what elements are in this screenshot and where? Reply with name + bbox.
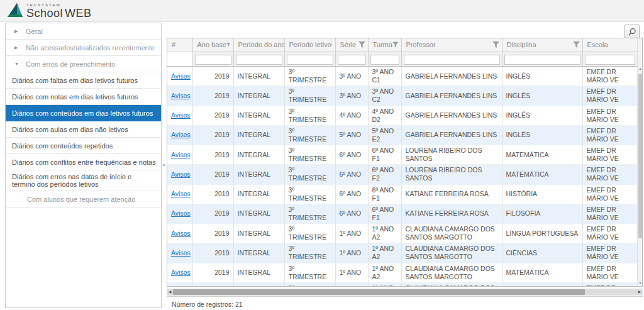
sidebar-item[interactable]: Diários com conteúdos em dias letivos fu… <box>6 105 161 121</box>
column-label: Série <box>340 41 357 48</box>
sidebar-item[interactable]: Diários com conflitos entre frequências … <box>6 154 161 170</box>
cell-turma: 1º ANO A2 <box>368 224 401 243</box>
cell-disciplina: MATEMÁTICA <box>502 145 582 165</box>
filter-input-escola[interactable] <box>585 55 635 65</box>
avisos-link[interactable]: Avisos <box>171 92 191 99</box>
column-label: Ano base <box>197 41 226 48</box>
avisos-link[interactable]: Avisos <box>171 131 191 138</box>
filter-icon[interactable] <box>392 42 399 48</box>
record-count: Número de registros: 21 <box>167 297 643 308</box>
sidebar-item[interactable]: Diários com faltas em dias letivos futur… <box>6 72 161 89</box>
sidebar-collapse-handle[interactable]: ◂ <box>162 158 165 170</box>
filter-input-professor[interactable] <box>404 55 500 65</box>
filter-input-ano_base[interactable] <box>195 55 231 65</box>
column-header-turma[interactable]: Turma <box>368 38 401 52</box>
sidebar-list: ▶Geral▶Não acessados/atualizados recente… <box>6 23 161 208</box>
brand-product: SchoolWEB <box>26 7 92 19</box>
sidebar-item-label: Diários com conteúdos repetidos <box>12 142 113 150</box>
sidebar-item[interactable]: ▶Não acessados/atualizados recentemente <box>6 40 161 56</box>
cell-professor: LOURENA RIBEIRO DOS SANTOS <box>401 165 502 184</box>
cell-ano_base: 2019 <box>192 125 233 145</box>
avisos-link[interactable]: Avisos <box>171 190 191 197</box>
table-row: Avisos2019INTEGRAL3º TRIMESTRE6º ANO6º A… <box>167 204 637 223</box>
horizontal-scrollbar-thumb[interactable] <box>173 289 585 295</box>
filter-input-disciplina[interactable] <box>504 55 580 65</box>
filter-input-turma[interactable] <box>370 55 399 65</box>
vertical-scrollbar-thumb[interactable] <box>638 74 642 238</box>
column-header-professor[interactable]: Professor <box>401 38 502 52</box>
table-body: Avisos2019INTEGRAL3º TRIMESTRE3º ANO3º A… <box>167 67 637 287</box>
avisos-link[interactable]: Avisos <box>171 170 191 178</box>
cell-professor: GABRIELA FERNANDES LINS <box>401 125 502 145</box>
cell-ano_base: 2019 <box>192 165 233 184</box>
cell-escola: EMEF DR MÁRIO VE <box>582 263 637 282</box>
filter-icon[interactable] <box>331 42 333 48</box>
top-bar: Tecsystem SchoolWEB <box>0 0 644 22</box>
avisos-link[interactable]: Avisos <box>171 72 191 80</box>
scroll-up-icon[interactable]: ▲ <box>638 67 643 70</box>
column-header-periodo_do_ano[interactable]: Período do ano <box>233 38 284 52</box>
avisos-link[interactable]: Avisos <box>171 111 191 119</box>
cell-ano_base: 2019 <box>192 204 233 223</box>
sidebar-item-label: Diários com erros nas datas de início e … <box>12 173 156 188</box>
filter-icon[interactable] <box>226 42 231 48</box>
cell-serie: 3º ANO <box>335 67 368 86</box>
filter-icon[interactable] <box>573 42 580 48</box>
cell-turma: 4º ANO D2 <box>368 106 401 125</box>
filter-input-serie[interactable] <box>338 55 366 65</box>
filter-icon[interactable] <box>492 42 499 48</box>
table-row: Avisos2019INTEGRAL3º TRIMESTRE6º ANO6º A… <box>167 145 637 165</box>
filter-input-periodo_letivo[interactable] <box>287 55 333 65</box>
column-header-periodo_letivo[interactable]: Período letivo <box>284 38 335 52</box>
records-table: #Ano basePeríodo do anoPeríodo letivoSér… <box>167 38 637 286</box>
cell-escola: EMEF DR MÁRIO VE <box>582 243 637 263</box>
cell-periodo_letivo: 3º TRIMESTRE <box>284 184 335 204</box>
column-header-escola[interactable]: Escola <box>582 38 637 52</box>
grid-footer: Número de registros: 21 <box>167 296 643 310</box>
avisos-link[interactable]: Avisos <box>171 268 191 276</box>
column-header-disciplina[interactable]: Disciplina <box>502 38 582 52</box>
cell-periodo_letivo: 3º TRIMESTRE <box>284 224 335 243</box>
horizontal-scrollbar[interactable]: ◀ ▶ <box>167 289 643 296</box>
avisos-link[interactable]: Avisos <box>171 249 191 257</box>
column-header-ano_base[interactable]: Ano base <box>192 38 233 52</box>
sidebar-item[interactable]: Com alunos que requerem atenção <box>6 191 161 208</box>
sidebar-item-label: Não acessados/atualizados recentemente <box>26 44 155 52</box>
scroll-left-icon[interactable]: ◀ <box>167 289 173 296</box>
scroll-right-icon[interactable]: ▶ <box>636 289 643 296</box>
sidebar-item[interactable]: Diários com conteúdos repetidos <box>6 138 161 154</box>
cell-periodo_letivo: 3º TRIMESTRE <box>284 165 335 184</box>
sidebar-item[interactable]: Diários com aulas em dias não letivos <box>6 121 161 138</box>
cell-disciplina: INGLÊS <box>502 67 582 86</box>
scroll-down-icon[interactable]: ▼ <box>638 281 643 285</box>
cell-escola: EMEF DR MÁRIO VE <box>582 125 637 145</box>
table-row: Avisos2019INTEGRAL3º TRIMESTRE1º ANO1º A… <box>167 282 637 286</box>
filter-icon[interactable] <box>358 42 365 48</box>
search-button[interactable] <box>624 25 640 39</box>
cell-periodo_letivo: 3º TRIMESTRE <box>284 263 335 282</box>
sidebar-item[interactable]: Diários com notas em dias letivos futuro… <box>6 89 161 105</box>
filter-input-periodo_do_ano[interactable] <box>236 55 282 65</box>
cell-periodo_letivo: 3º TRIMESTRE <box>284 243 335 263</box>
cell-periodo_do_ano: INTEGRAL <box>233 243 284 263</box>
cell-disciplina: HISTÓRIA <box>502 282 582 286</box>
avisos-link[interactable]: Avisos <box>171 209 191 217</box>
cell-serie: 1º ANO <box>335 282 368 286</box>
cell-escola: EMEF DR MÁRIO VE <box>582 67 637 86</box>
column-header-serie[interactable]: Série <box>335 38 368 52</box>
sidebar-item-label: Diários com conteúdos em dias letivos fu… <box>12 109 153 117</box>
column-header-avisos[interactable]: # <box>167 38 192 52</box>
column-label: Período do ano <box>238 41 285 48</box>
chevron-down-icon: ▼ <box>14 62 19 66</box>
cell-serie: 1º ANO <box>335 243 368 263</box>
sidebar-item[interactable]: ▶Geral <box>6 23 161 40</box>
grid-scroll-area: #Ano basePeríodo do anoPeríodo letivoSér… <box>167 38 637 286</box>
table-row: Avisos2019INTEGRAL3º TRIMESTRE6º ANO6º A… <box>167 184 637 204</box>
avisos-link[interactable]: Avisos <box>171 230 191 237</box>
sidebar-item[interactable]: ▼Com erros de preenchimento <box>6 56 161 72</box>
vertical-scrollbar[interactable]: ▲ ▼ <box>637 38 642 286</box>
sidebar-item[interactable]: Diários com erros nas datas de início e … <box>6 170 161 191</box>
table-row: Avisos2019INTEGRAL3º TRIMESTRE4º ANO4º A… <box>167 106 637 125</box>
avisos-link[interactable]: Avisos <box>171 151 191 158</box>
column-label: # <box>172 41 175 48</box>
